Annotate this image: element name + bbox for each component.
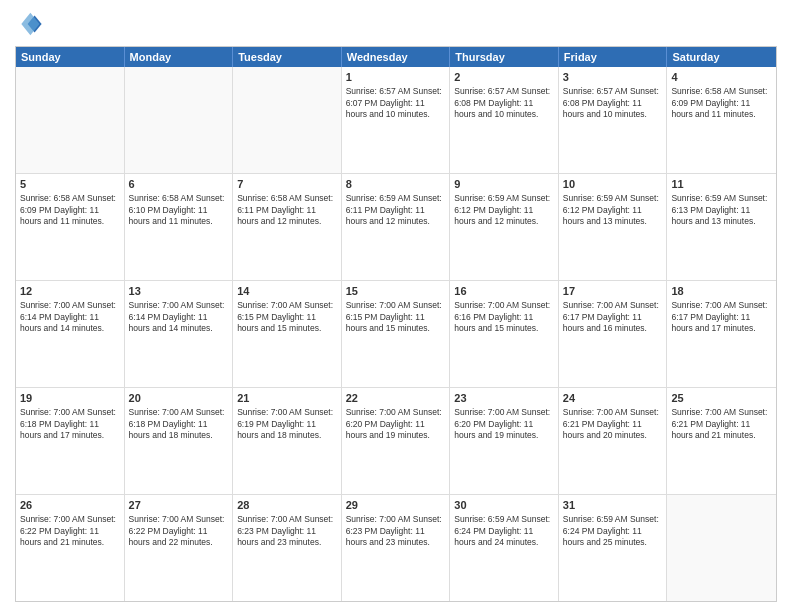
day-cell-20: 20Sunrise: 7:00 AM Sunset: 6:18 PM Dayli… bbox=[125, 388, 234, 494]
day-info: Sunrise: 6:59 AM Sunset: 6:12 PM Dayligh… bbox=[563, 193, 663, 227]
day-cell-30: 30Sunrise: 6:59 AM Sunset: 6:24 PM Dayli… bbox=[450, 495, 559, 601]
day-info: Sunrise: 7:00 AM Sunset: 6:14 PM Dayligh… bbox=[20, 300, 120, 334]
day-number: 3 bbox=[563, 70, 663, 84]
day-info: Sunrise: 7:00 AM Sunset: 6:21 PM Dayligh… bbox=[671, 407, 772, 441]
day-number: 30 bbox=[454, 498, 554, 512]
day-number: 21 bbox=[237, 391, 337, 405]
day-cell-2: 2Sunrise: 6:57 AM Sunset: 6:08 PM Daylig… bbox=[450, 67, 559, 173]
day-info: Sunrise: 7:00 AM Sunset: 6:22 PM Dayligh… bbox=[20, 514, 120, 548]
day-cell-4: 4Sunrise: 6:58 AM Sunset: 6:09 PM Daylig… bbox=[667, 67, 776, 173]
day-info: Sunrise: 7:00 AM Sunset: 6:20 PM Dayligh… bbox=[454, 407, 554, 441]
day-cell-26: 26Sunrise: 7:00 AM Sunset: 6:22 PM Dayli… bbox=[16, 495, 125, 601]
day-cell-11: 11Sunrise: 6:59 AM Sunset: 6:13 PM Dayli… bbox=[667, 174, 776, 280]
day-header-tuesday: Tuesday bbox=[233, 47, 342, 67]
week-row-5: 26Sunrise: 7:00 AM Sunset: 6:22 PM Dayli… bbox=[16, 495, 776, 601]
day-info: Sunrise: 6:59 AM Sunset: 6:24 PM Dayligh… bbox=[563, 514, 663, 548]
day-headers: SundayMondayTuesdayWednesdayThursdayFrid… bbox=[16, 47, 776, 67]
day-number: 4 bbox=[671, 70, 772, 84]
day-number: 17 bbox=[563, 284, 663, 298]
day-cell-28: 28Sunrise: 7:00 AM Sunset: 6:23 PM Dayli… bbox=[233, 495, 342, 601]
day-header-thursday: Thursday bbox=[450, 47, 559, 67]
week-row-2: 5Sunrise: 6:58 AM Sunset: 6:09 PM Daylig… bbox=[16, 174, 776, 281]
day-cell-16: 16Sunrise: 7:00 AM Sunset: 6:16 PM Dayli… bbox=[450, 281, 559, 387]
day-info: Sunrise: 6:57 AM Sunset: 6:08 PM Dayligh… bbox=[563, 86, 663, 120]
day-number: 26 bbox=[20, 498, 120, 512]
day-header-saturday: Saturday bbox=[667, 47, 776, 67]
day-number: 18 bbox=[671, 284, 772, 298]
day-number: 5 bbox=[20, 177, 120, 191]
day-info: Sunrise: 7:00 AM Sunset: 6:17 PM Dayligh… bbox=[671, 300, 772, 334]
weeks-container: 1Sunrise: 6:57 AM Sunset: 6:07 PM Daylig… bbox=[16, 67, 776, 601]
day-info: Sunrise: 7:00 AM Sunset: 6:17 PM Dayligh… bbox=[563, 300, 663, 334]
day-cell-empty-0 bbox=[16, 67, 125, 173]
day-info: Sunrise: 6:59 AM Sunset: 6:11 PM Dayligh… bbox=[346, 193, 446, 227]
day-number: 6 bbox=[129, 177, 229, 191]
svg-marker-1 bbox=[21, 13, 39, 35]
day-cell-21: 21Sunrise: 7:00 AM Sunset: 6:19 PM Dayli… bbox=[233, 388, 342, 494]
day-info: Sunrise: 7:00 AM Sunset: 6:21 PM Dayligh… bbox=[563, 407, 663, 441]
day-number: 23 bbox=[454, 391, 554, 405]
day-info: Sunrise: 6:58 AM Sunset: 6:10 PM Dayligh… bbox=[129, 193, 229, 227]
day-cell-5: 5Sunrise: 6:58 AM Sunset: 6:09 PM Daylig… bbox=[16, 174, 125, 280]
day-cell-23: 23Sunrise: 7:00 AM Sunset: 6:20 PM Dayli… bbox=[450, 388, 559, 494]
page: SundayMondayTuesdayWednesdayThursdayFrid… bbox=[0, 0, 792, 612]
day-cell-25: 25Sunrise: 7:00 AM Sunset: 6:21 PM Dayli… bbox=[667, 388, 776, 494]
day-number: 13 bbox=[129, 284, 229, 298]
day-number: 22 bbox=[346, 391, 446, 405]
day-number: 28 bbox=[237, 498, 337, 512]
day-info: Sunrise: 7:00 AM Sunset: 6:23 PM Dayligh… bbox=[237, 514, 337, 548]
week-row-4: 19Sunrise: 7:00 AM Sunset: 6:18 PM Dayli… bbox=[16, 388, 776, 495]
day-info: Sunrise: 7:00 AM Sunset: 6:18 PM Dayligh… bbox=[129, 407, 229, 441]
day-cell-empty-6 bbox=[667, 495, 776, 601]
day-cell-empty-1 bbox=[125, 67, 234, 173]
day-header-monday: Monday bbox=[125, 47, 234, 67]
day-header-sunday: Sunday bbox=[16, 47, 125, 67]
day-info: Sunrise: 6:58 AM Sunset: 6:09 PM Dayligh… bbox=[671, 86, 772, 120]
day-info: Sunrise: 7:00 AM Sunset: 6:15 PM Dayligh… bbox=[346, 300, 446, 334]
day-info: Sunrise: 6:58 AM Sunset: 6:11 PM Dayligh… bbox=[237, 193, 337, 227]
day-number: 1 bbox=[346, 70, 446, 84]
day-cell-10: 10Sunrise: 6:59 AM Sunset: 6:12 PM Dayli… bbox=[559, 174, 668, 280]
day-number: 12 bbox=[20, 284, 120, 298]
logo bbox=[15, 10, 47, 38]
day-cell-3: 3Sunrise: 6:57 AM Sunset: 6:08 PM Daylig… bbox=[559, 67, 668, 173]
day-number: 24 bbox=[563, 391, 663, 405]
day-cell-13: 13Sunrise: 7:00 AM Sunset: 6:14 PM Dayli… bbox=[125, 281, 234, 387]
day-number: 31 bbox=[563, 498, 663, 512]
day-cell-1: 1Sunrise: 6:57 AM Sunset: 6:07 PM Daylig… bbox=[342, 67, 451, 173]
day-number: 29 bbox=[346, 498, 446, 512]
day-cell-18: 18Sunrise: 7:00 AM Sunset: 6:17 PM Dayli… bbox=[667, 281, 776, 387]
day-cell-7: 7Sunrise: 6:58 AM Sunset: 6:11 PM Daylig… bbox=[233, 174, 342, 280]
day-info: Sunrise: 7:00 AM Sunset: 6:16 PM Dayligh… bbox=[454, 300, 554, 334]
day-number: 25 bbox=[671, 391, 772, 405]
day-info: Sunrise: 7:00 AM Sunset: 6:15 PM Dayligh… bbox=[237, 300, 337, 334]
day-cell-15: 15Sunrise: 7:00 AM Sunset: 6:15 PM Dayli… bbox=[342, 281, 451, 387]
day-number: 14 bbox=[237, 284, 337, 298]
logo-icon bbox=[15, 10, 43, 38]
day-cell-empty-2 bbox=[233, 67, 342, 173]
day-info: Sunrise: 7:00 AM Sunset: 6:19 PM Dayligh… bbox=[237, 407, 337, 441]
day-info: Sunrise: 6:59 AM Sunset: 6:13 PM Dayligh… bbox=[671, 193, 772, 227]
day-number: 9 bbox=[454, 177, 554, 191]
header bbox=[15, 10, 777, 38]
day-cell-14: 14Sunrise: 7:00 AM Sunset: 6:15 PM Dayli… bbox=[233, 281, 342, 387]
day-cell-27: 27Sunrise: 7:00 AM Sunset: 6:22 PM Dayli… bbox=[125, 495, 234, 601]
day-info: Sunrise: 7:00 AM Sunset: 6:23 PM Dayligh… bbox=[346, 514, 446, 548]
day-header-wednesday: Wednesday bbox=[342, 47, 451, 67]
day-info: Sunrise: 6:59 AM Sunset: 6:12 PM Dayligh… bbox=[454, 193, 554, 227]
day-cell-31: 31Sunrise: 6:59 AM Sunset: 6:24 PM Dayli… bbox=[559, 495, 668, 601]
day-cell-22: 22Sunrise: 7:00 AM Sunset: 6:20 PM Dayli… bbox=[342, 388, 451, 494]
day-info: Sunrise: 7:00 AM Sunset: 6:22 PM Dayligh… bbox=[129, 514, 229, 548]
day-header-friday: Friday bbox=[559, 47, 668, 67]
day-cell-19: 19Sunrise: 7:00 AM Sunset: 6:18 PM Dayli… bbox=[16, 388, 125, 494]
day-cell-9: 9Sunrise: 6:59 AM Sunset: 6:12 PM Daylig… bbox=[450, 174, 559, 280]
day-number: 10 bbox=[563, 177, 663, 191]
day-number: 11 bbox=[671, 177, 772, 191]
day-info: Sunrise: 7:00 AM Sunset: 6:14 PM Dayligh… bbox=[129, 300, 229, 334]
day-info: Sunrise: 7:00 AM Sunset: 6:18 PM Dayligh… bbox=[20, 407, 120, 441]
day-cell-24: 24Sunrise: 7:00 AM Sunset: 6:21 PM Dayli… bbox=[559, 388, 668, 494]
day-number: 27 bbox=[129, 498, 229, 512]
week-row-1: 1Sunrise: 6:57 AM Sunset: 6:07 PM Daylig… bbox=[16, 67, 776, 174]
day-info: Sunrise: 6:59 AM Sunset: 6:24 PM Dayligh… bbox=[454, 514, 554, 548]
day-cell-12: 12Sunrise: 7:00 AM Sunset: 6:14 PM Dayli… bbox=[16, 281, 125, 387]
